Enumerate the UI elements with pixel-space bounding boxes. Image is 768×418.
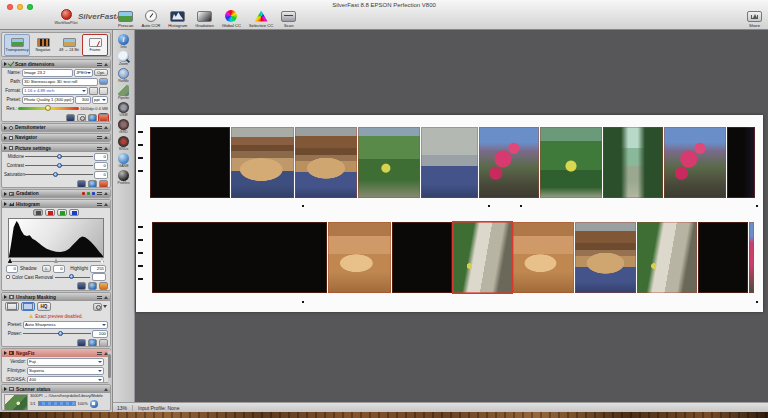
histogram-channel-blue[interactable] <box>69 209 79 216</box>
collapse-icon[interactable] <box>104 126 108 129</box>
film-frame[interactable] <box>540 127 602 198</box>
saturation-value[interactable]: 0 <box>94 171 108 179</box>
reset-button[interactable] <box>77 339 86 347</box>
film-frame-selected[interactable] <box>453 222 512 293</box>
toolbar-button-scan[interactable]: Scan <box>281 10 296 28</box>
film-frame[interactable] <box>637 222 697 293</box>
folder-browse-button[interactable] <box>99 78 108 85</box>
unsharp-masking-header[interactable]: Unsharp Masking <box>2 293 110 301</box>
reset-button[interactable] <box>77 180 86 188</box>
scan-dimensions-header[interactable]: Scan dimensions <box>2 60 110 68</box>
ppi-unit-select[interactable]: ppi <box>92 96 108 104</box>
dock-button-info[interactable]: iInfo <box>118 34 129 49</box>
contrast-slider[interactable] <box>25 165 93 166</box>
color-cast-slider[interactable] <box>55 277 90 278</box>
vendor-select[interactable]: Fuji <box>27 358 104 366</box>
film-frame[interactable] <box>749 222 754 293</box>
saturation-slider[interactable] <box>25 174 93 175</box>
film-frame[interactable] <box>328 222 391 293</box>
film-frame[interactable] <box>698 222 748 293</box>
histogram-slider[interactable] <box>8 258 104 264</box>
orientation-portrait-button[interactable] <box>99 87 108 95</box>
reset-button[interactable] <box>66 114 75 122</box>
section-menu-icon[interactable] <box>97 352 102 355</box>
section-menu-icon[interactable] <box>97 192 102 195</box>
mode-button-frame[interactable]: Frame <box>82 34 108 56</box>
help-globe-button[interactable] <box>88 339 97 347</box>
preview-canvas[interactable] <box>136 115 763 312</box>
histogram-channel-red[interactable] <box>45 209 55 216</box>
negafix-header[interactable]: NegaFix <box>2 349 110 357</box>
highlight-input[interactable]: 255 <box>90 265 106 273</box>
slider-knob[interactable] <box>53 172 58 177</box>
name-input[interactable]: Image 23.2 <box>22 69 73 77</box>
film-frame[interactable] <box>513 222 574 293</box>
densitometer-header[interactable]: Densitometer <box>2 124 110 131</box>
film-frame[interactable] <box>150 127 230 198</box>
toolbar-button-selective-cc[interactable]: Selective CC <box>249 10 273 28</box>
film-frame[interactable] <box>575 222 636 293</box>
resolution-slider[interactable] <box>18 107 79 110</box>
gradation-header[interactable]: Gradation <box>2 190 110 197</box>
shadow-marker[interactable] <box>8 258 12 263</box>
dock-button-profiles[interactable]: Profiles <box>118 170 130 185</box>
film-frame[interactable] <box>727 127 755 198</box>
section-menu-icon[interactable] <box>97 203 102 206</box>
slider-knob[interactable] <box>58 331 63 336</box>
quality-preset-select[interactable]: Photo Quality 1 (300 ppi) <box>22 96 74 104</box>
film-frame[interactable] <box>421 127 478 198</box>
section-menu-icon[interactable] <box>97 136 102 139</box>
midtone-input[interactable]: 0 <box>53 265 65 273</box>
color-cast-checkbox[interactable] <box>6 275 10 279</box>
mode-button-transparency[interactable]: Transparency <box>4 34 30 56</box>
dock-button-pipette[interactable]: Pipette <box>118 85 129 100</box>
panel-scrollbar-thumb[interactable] <box>108 354 111 378</box>
help-globe-button[interactable] <box>88 180 97 188</box>
filmtype-select[interactable]: Superia <box>27 367 104 375</box>
resolution-slider-knob[interactable] <box>45 105 51 111</box>
collapse-icon[interactable] <box>104 147 108 150</box>
section-menu-icon[interactable] <box>97 296 102 299</box>
histogram-channel-gray[interactable] <box>33 209 43 216</box>
film-frame[interactable] <box>152 222 327 293</box>
mode-button-48-24-bit[interactable]: 48 → 24 Bit <box>56 34 82 56</box>
film-frame[interactable] <box>358 127 420 198</box>
preview-mode-button[interactable] <box>5 302 19 311</box>
stop-button[interactable] <box>90 400 98 408</box>
slider-knob[interactable] <box>57 163 62 168</box>
film-frame[interactable] <box>603 127 663 198</box>
histogram-channel-green[interactable] <box>57 209 67 216</box>
refresh-button[interactable] <box>99 282 108 290</box>
section-menu-icon[interactable] <box>97 63 102 66</box>
collapse-icon[interactable] <box>104 388 108 391</box>
usm-settings-gear-button[interactable] <box>93 303 102 311</box>
film-frame[interactable] <box>479 127 539 198</box>
dock-button-rotmir[interactable]: RotMir <box>118 68 129 83</box>
iso-select[interactable]: 400 <box>27 376 104 384</box>
ppi-input[interactable]: 300 <box>75 96 91 104</box>
options-button[interactable]: Opt. <box>94 69 108 76</box>
delete-frame-button[interactable] <box>99 114 108 122</box>
toolbar-button-global-cc[interactable]: Global CC <box>222 10 241 28</box>
dock-button-zoom[interactable]: Zoom <box>118 51 129 66</box>
section-menu-icon[interactable] <box>97 126 102 129</box>
hq-preview-button[interactable]: HQ <box>37 302 51 311</box>
share-button[interactable]: Share <box>747 10 762 28</box>
dock-button-isrd[interactable]: iSRD <box>118 119 129 134</box>
orientation-landscape-button[interactable] <box>89 87 98 95</box>
format-select[interactable]: 1.16 x 4.89 inch <box>22 87 88 95</box>
collapse-icon[interactable] <box>104 296 108 299</box>
section-menu-icon[interactable] <box>97 147 102 150</box>
midtone-value[interactable]: 0 <box>94 153 108 161</box>
film-frame[interactable] <box>392 222 452 293</box>
film-frame[interactable] <box>231 127 294 198</box>
help-globe-button[interactable] <box>88 114 97 122</box>
l-channel-button[interactable]: L <box>42 265 50 272</box>
collapse-icon[interactable] <box>104 203 108 206</box>
toolbar-button-auto-ccr[interactable]: Auto CCR <box>141 10 160 28</box>
discard-button[interactable] <box>99 180 108 188</box>
picture-settings-header[interactable]: Picture settings <box>2 144 110 152</box>
shadow-input[interactable]: 0 <box>6 265 18 273</box>
histogram-header[interactable]: Histogram <box>2 200 110 208</box>
toolbar-button-prescan[interactable]: Prescan <box>118 10 133 28</box>
